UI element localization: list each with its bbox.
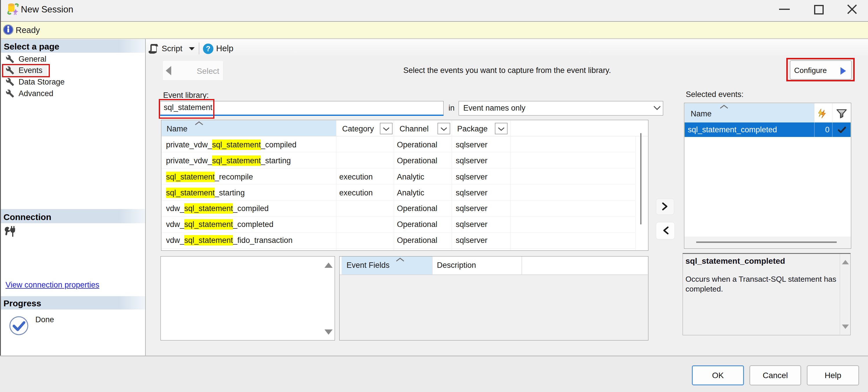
svg-text:?: ? [206,44,210,53]
